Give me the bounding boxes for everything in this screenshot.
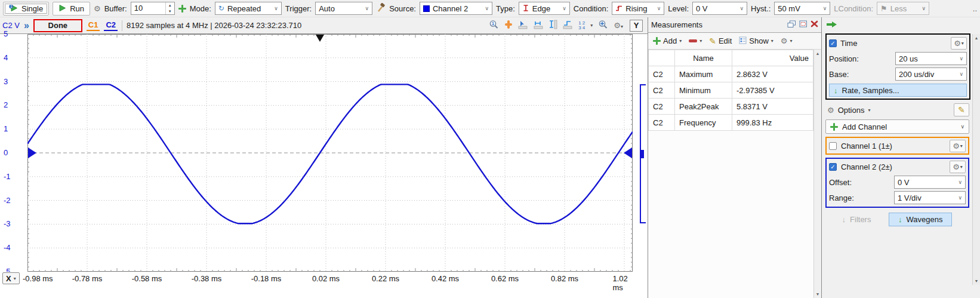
vertical-cursor-icon[interactable] (549, 20, 557, 31)
measurement-row[interactable]: C2Frequency999.83 Hz (649, 115, 813, 131)
level-select[interactable]: 0 V ∨ (692, 2, 747, 15)
trigger-select[interactable]: Auto ∨ (315, 2, 372, 15)
add-channel-button[interactable]: Add Channel ∨ (825, 119, 969, 134)
channel2-range-indicator[interactable] (640, 84, 645, 223)
range-select[interactable]: 1 V/div ∨ (894, 191, 966, 204)
measurement-row[interactable]: C2Minimum-2.97385 V (649, 82, 813, 99)
pointer-tool-icon[interactable] (518, 20, 528, 31)
base-select[interactable]: 200 us/div ∨ (895, 67, 967, 81)
buffer-gear-icon[interactable]: ⚙ (94, 5, 101, 13)
close-icon[interactable] (810, 20, 818, 29)
measurement-channel: C2 (649, 82, 675, 99)
offset-value: 0 V (898, 178, 910, 187)
condition-select[interactable]: Rising ∨ (612, 2, 664, 15)
y-tick-label: 1 (4, 124, 8, 133)
measurements-scrollbar[interactable]: ▲ ▼ (813, 50, 821, 298)
run-play-icon (58, 4, 66, 13)
add-label: Add (663, 36, 677, 45)
y-axis-button[interactable]: Y (630, 20, 643, 32)
lcondition-select[interactable]: ⚑ Less ∨ (877, 2, 929, 15)
range-value: 1 V/div (898, 193, 922, 202)
type-select[interactable]: Edge ∨ (519, 2, 570, 15)
chevron-down-icon: ∨ (274, 6, 278, 11)
rate-samples-button[interactable]: ↓ Rate, Samples... (829, 84, 967, 97)
options-edit-button[interactable]: ✎ (954, 103, 969, 116)
undock-icon[interactable] (787, 20, 796, 30)
offset-select[interactable]: 0 V ∨ (894, 176, 966, 189)
zoom-pan-icon[interactable] (598, 20, 608, 31)
status-badge: Done (33, 19, 82, 32)
chevron-down-icon: ∨ (657, 6, 661, 11)
green-arrow-icon[interactable] (826, 21, 838, 30)
channel2-checkbox[interactable]: ✓ (829, 163, 837, 171)
chevron-down-icon: ∨ (959, 56, 963, 62)
y-axis-channel-label[interactable]: C2 V (2, 21, 20, 30)
chevron-down-icon: ∨ (365, 6, 369, 11)
channel1-checkbox[interactable] (829, 142, 837, 150)
hyst-select[interactable]: 50 mV ∨ (774, 2, 830, 15)
measurements-header: Measurements (648, 17, 821, 33)
filters-button[interactable]: ↓ Filters (829, 215, 884, 224)
trigger-value: Auto (319, 4, 335, 13)
toolbar-overflow[interactable]: .. (973, 4, 977, 13)
zoom-fit-icon[interactable]: 1 (489, 20, 499, 31)
mode-select[interactable]: ↻ Repeated ∨ (215, 2, 282, 15)
tab-channel1[interactable]: C1 (87, 20, 100, 31)
type-label: Type: (496, 4, 515, 13)
chevron-down-icon: ∨ (958, 195, 962, 201)
plot-settings-gear-icon[interactable]: ⚙▾ (614, 21, 623, 30)
view-caret-icon[interactable]: ▾ (590, 23, 593, 28)
chevron-down-icon: ∨ (922, 6, 926, 11)
channel1-gear-button[interactable]: ⚙▾ (950, 140, 966, 152)
condition-value: Rising (625, 4, 647, 13)
lcondition-label: LCondition: (834, 4, 873, 13)
y-tick-label: 4 (4, 53, 8, 62)
range-row: Range: 1 V/div ∨ (827, 190, 968, 205)
quad-view-icon[interactable]: 1 23 4 (578, 21, 585, 30)
add-marker-icon[interactable] (504, 20, 513, 31)
scroll-up-icon[interactable]: ▲ (816, 51, 820, 56)
scope-grid[interactable] (27, 34, 633, 272)
wavegens-button[interactable]: ↓ Wavegens (889, 213, 952, 226)
options-label[interactable]: Options (838, 106, 865, 115)
x-axis-button[interactable]: X▾ (2, 272, 20, 284)
maximize-icon[interactable] (799, 20, 808, 29)
single-button[interactable]: 1 Single (3, 2, 49, 16)
edge-cursor-icon[interactable] (563, 20, 573, 31)
acquisition-toolbar: 1 Single Run ⚙ Buffer: 10 ▲▼ Mode: ↻ Rep… (0, 0, 980, 17)
measurements-gear-button[interactable]: ⚙ ▾ (778, 36, 795, 46)
measurement-row[interactable]: C2Peak2Peak5.8371 V (649, 99, 813, 115)
scroll-up-icon[interactable]: ▲ (975, 36, 979, 40)
scroll-down-icon[interactable]: ▼ (816, 292, 820, 296)
horizontal-cursor-icon[interactable] (534, 20, 544, 31)
expand-arrow-icon[interactable]: » (24, 20, 29, 31)
chevron-down-icon: ∨ (960, 124, 964, 130)
remove-measurement-button[interactable]: ▾ (686, 37, 704, 45)
y-tick-label: -2 (4, 196, 11, 205)
channel2-gear-button[interactable]: ⚙▾ (950, 161, 966, 173)
add-measurement-button[interactable]: Add ▾ (651, 35, 684, 47)
single-label: Single (21, 4, 43, 13)
add-mode-icon[interactable] (178, 5, 186, 13)
trigger-settings-hammer-icon[interactable] (376, 3, 386, 14)
scroll-down-icon[interactable]: ▼ (975, 279, 979, 283)
buffer-spin-arrows[interactable]: ▲▼ (165, 2, 174, 14)
measurement-row[interactable]: C2Maximum2.8632 V (649, 66, 813, 82)
run-button[interactable]: Run (53, 2, 90, 16)
time-checkbox[interactable]: ✓ (829, 39, 837, 47)
time-group-header: ✓ Time ⚙▾ (829, 36, 967, 51)
edit-measurement-button[interactable]: ✎ Edit (707, 35, 734, 47)
position-select[interactable]: 20 us ∨ (895, 52, 967, 65)
waveform-plot[interactable] (27, 34, 633, 272)
config-scrollbar[interactable]: ▲ ▼ (972, 34, 980, 285)
buffer-spinner[interactable]: 10 ▲▼ (131, 2, 175, 15)
type-value: Edge (532, 4, 550, 13)
tab-channel2[interactable]: C2 (104, 20, 118, 31)
x-tick-label: 1.02 ms (613, 274, 636, 292)
source-select[interactable]: Channel 2 ∨ (420, 2, 492, 15)
time-gear-button[interactable]: ⚙▾ (951, 37, 967, 50)
x-tick-label: 0.22 ms (372, 274, 399, 283)
channel2-label: Channel 2 (2±) (841, 162, 892, 171)
position-value: 20 us (899, 54, 918, 63)
show-measurement-button[interactable]: Show ▾ (736, 35, 776, 47)
